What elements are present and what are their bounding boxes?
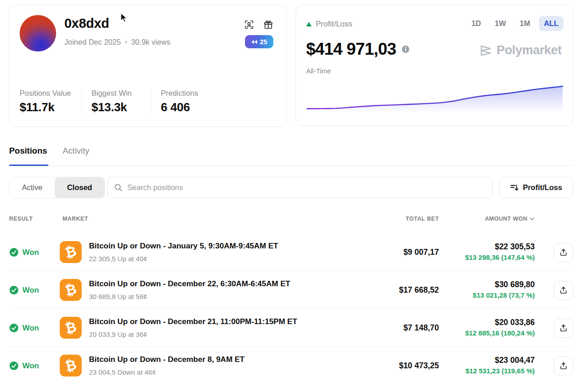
result-label: Won <box>22 324 39 333</box>
profit-value: $13 298,36 (147,64 %) <box>465 253 535 261</box>
tab-positions[interactable]: Positions <box>9 146 47 165</box>
chevron-down-icon <box>530 217 535 221</box>
stat-biggest-win: Biggest Win $13.3k <box>92 89 151 114</box>
pnl-header: Profit/Loss <box>306 20 352 29</box>
pnl-value: $414 971,03 <box>306 40 396 59</box>
joined-date: Joined Dec 2025 <box>64 38 121 46</box>
header-total-bet: TOTAL BET <box>406 216 439 222</box>
main-tabs: Positions Activity <box>9 146 89 165</box>
share-icon <box>559 286 568 295</box>
position-detail: 20 033,9 Up at 36¢ <box>89 330 147 338</box>
market-title[interactable]: Bitcoin Up or Down - December 21, 11:00P… <box>89 317 297 326</box>
stat-positions-value: Positions Value $11.7k <box>20 89 82 114</box>
total-bet-value: $7 148,70 <box>403 323 439 333</box>
range-1m[interactable]: 1M <box>515 16 535 31</box>
position-state-toggle: Active Closed <box>9 177 105 198</box>
info-icon[interactable] <box>402 45 410 53</box>
share-button[interactable] <box>554 281 573 300</box>
header-market: MARKET <box>63 216 88 222</box>
sort-button-label: Profit/Loss <box>523 183 562 192</box>
tab-activity[interactable]: Activity <box>63 146 89 165</box>
time-range-selector: 1D 1W 1M ALL <box>466 16 563 31</box>
amount-won-cell: $22 305,53 $13 298,36 (147,64 %) <box>465 242 535 261</box>
position-detail: 30 689,8 Up at 58¢ <box>89 293 147 300</box>
bitcoin-icon: ₿ <box>60 317 82 339</box>
check-circle-icon <box>9 285 19 295</box>
bitcoin-icon: ₿ <box>60 279 82 301</box>
polymarket-logo-icon <box>479 44 493 57</box>
bitcoin-icon: ₿ <box>60 355 82 377</box>
search-icon <box>114 183 123 192</box>
total-bet-value: $10 473,25 <box>399 361 439 371</box>
stat-value: $11.7k <box>20 100 71 114</box>
pnl-chart-area[interactable] <box>306 82 563 112</box>
stat-predictions: Predictions 6 406 <box>161 89 220 114</box>
profile-name: 0x8dxd <box>64 16 109 31</box>
positions-table-header: RESULT MARKET TOTAL BET AMOUNT WON <box>9 216 573 224</box>
amount-won-value: $23 004,47 <box>465 356 535 365</box>
share-button[interactable] <box>554 356 573 376</box>
segment-closed[interactable]: Closed <box>55 177 104 198</box>
header-result: RESULT <box>9 216 33 222</box>
sort-icon <box>510 183 519 192</box>
meta-separator: • <box>125 39 127 46</box>
profile-meta: Joined Dec 2025 • 30.9k views <box>64 38 171 46</box>
header-amount-won[interactable]: AMOUNT WON <box>485 216 535 222</box>
segment-active[interactable]: Active <box>10 177 55 198</box>
amount-won-value: $20 033,86 <box>465 318 535 327</box>
stat-label: Positions Value <box>20 89 71 98</box>
search-input[interactable] <box>127 183 486 192</box>
qr-scan-icon[interactable] <box>244 20 254 30</box>
pnl-chart[interactable] <box>306 82 563 112</box>
range-1d[interactable]: 1D <box>466 16 486 31</box>
profile-card: 0x8dxd Joined Dec 2025 • 30.9k views <box>9 5 287 127</box>
result-label: Won <box>22 248 39 257</box>
total-bet-value: $17 668,52 <box>399 285 439 295</box>
pnl-period-label: All-Time <box>306 67 331 75</box>
share-icon <box>559 361 568 371</box>
profile-stats: Positions Value $11.7k Biggest Win $13.3… <box>20 89 230 114</box>
table-row[interactable]: Won ₿ Bitcoin Up or Down - December 22, … <box>9 271 573 309</box>
polymarket-profile-page: 0x8dxd Joined Dec 2025 • 30.9k views <box>0 0 584 392</box>
table-row[interactable]: Won ₿ Bitcoin Up or Down - December 8, 9… <box>9 347 573 385</box>
check-circle-icon <box>9 323 19 333</box>
profit-value: $12 531,23 (119,65 %) <box>465 367 535 375</box>
pnl-value-row: $414 971,03 <box>306 40 410 59</box>
profit-value: $13 021,28 (73,7 %) <box>473 291 535 299</box>
rewind-icon <box>251 39 258 45</box>
range-all[interactable]: ALL <box>539 16 563 31</box>
check-circle-icon <box>9 361 19 371</box>
check-circle-icon <box>9 248 19 257</box>
polymarket-watermark: Polymarket <box>479 43 562 57</box>
share-button[interactable] <box>554 319 573 338</box>
result-badge: Won <box>9 248 39 257</box>
profit-value: $12 885,16 (180,24 %) <box>465 329 535 337</box>
range-1w[interactable]: 1W <box>490 16 511 31</box>
result-label: Won <box>22 286 39 295</box>
header-amount-won-label: AMOUNT WON <box>485 216 527 222</box>
amount-won-cell: $30 689,80 $13 021,28 (73,7 %) <box>473 280 535 299</box>
streak-count: 25 <box>260 38 267 46</box>
position-detail: 22 305,5 Up at 40¢ <box>89 255 147 263</box>
market-title[interactable]: Bitcoin Up or Down - January 5, 9:30AM-9… <box>89 242 278 251</box>
amount-won-cell: $23 004,47 $12 531,23 (119,65 %) <box>465 356 535 375</box>
stat-value: 6 406 <box>161 100 210 114</box>
result-badge: Won <box>9 285 39 295</box>
table-row[interactable]: Won ₿ Bitcoin Up or Down - December 21, … <box>9 309 573 347</box>
sort-profit-loss-button[interactable]: Profit/Loss <box>499 177 573 198</box>
streak-badge[interactable]: 25 <box>245 35 273 48</box>
stat-value: $13.3k <box>92 100 141 114</box>
avatar <box>20 15 56 52</box>
share-icon <box>559 324 568 333</box>
share-button[interactable] <box>554 243 573 262</box>
gift-icon[interactable] <box>263 20 273 30</box>
bitcoin-icon: ₿ <box>60 241 82 263</box>
watermark-text: Polymarket <box>496 43 562 57</box>
stat-label: Biggest Win <box>92 89 141 98</box>
table-row[interactable]: Won ₿ Bitcoin Up or Down - January 5, 9:… <box>9 233 573 271</box>
market-title[interactable]: Bitcoin Up or Down - December 22, 6:30AM… <box>89 279 290 289</box>
result-label: Won <box>22 361 39 371</box>
views-count: 30.9k views <box>131 38 170 46</box>
market-title[interactable]: Bitcoin Up or Down - December 8, 9AM ET <box>89 355 245 364</box>
pnl-title: Profit/Loss <box>316 20 352 29</box>
